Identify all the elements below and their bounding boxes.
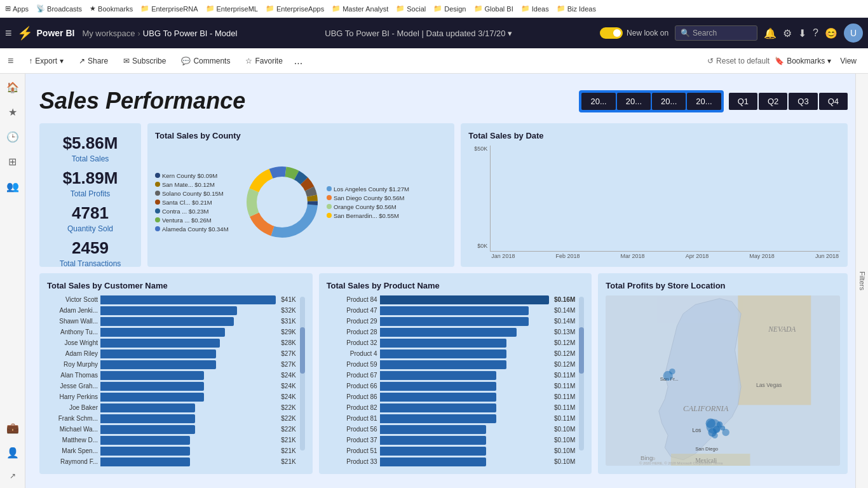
view-button[interactable]: View — [836, 54, 860, 68]
sidebar-recent-icon[interactable]: 🕒 — [4, 128, 22, 146]
bookmark-enterpriseapps[interactable]: 📁 EnterpriseApps — [266, 4, 324, 13]
sidebar-star-icon[interactable]: ★ — [6, 104, 20, 121]
year-btn-2[interactable]: 20... — [617, 93, 651, 110]
list-item[interactable]: Product 59$0.12M — [327, 360, 576, 369]
bookmark-apps[interactable]: ⊞ Apps — [5, 4, 29, 13]
workspace-link[interactable]: My workspace — [82, 29, 135, 38]
product-hbar-value: $0.11M — [554, 393, 575, 400]
customer-scrollbar-thumb[interactable] — [300, 327, 305, 374]
hbar — [100, 393, 204, 402]
report-name: UBG To Power BI - Model — [143, 29, 238, 38]
list-item[interactable]: Adam Riley$27K — [47, 349, 296, 358]
year-selector-group: 20... 20... 20... 20... — [579, 90, 723, 112]
list-item[interactable]: Raymond F...$21K — [47, 458, 296, 466]
bookmark-bookmarks[interactable]: ★ Bookmarks — [90, 4, 133, 13]
bookmark-broadcasts[interactable]: 📡 Broadcasts — [36, 4, 82, 13]
list-item[interactable]: Jesse Grah...$24K — [47, 382, 296, 391]
list-item[interactable]: Matthew D...$21K — [47, 436, 296, 445]
settings-icon[interactable]: ⚙ — [783, 27, 792, 39]
list-item[interactable]: Product 51$0.10M — [327, 447, 576, 456]
favorite-button[interactable]: ☆ Favorite — [241, 54, 286, 68]
legend-label-sanbernardino: San Bernardin... $0.55M — [334, 212, 399, 219]
nav-center-info: UBG To Power BI - Model | Data updated 3… — [242, 29, 595, 38]
list-item[interactable]: Roy Murphy$27K — [47, 360, 296, 369]
sidebar-user-icon[interactable]: 👤 — [4, 444, 22, 461]
comments-button[interactable]: 💬 Comments — [177, 54, 234, 68]
list-item[interactable]: Product 4$0.12M — [327, 349, 576, 358]
year-btn-4[interactable]: 20... — [687, 93, 721, 110]
sidebar-expand-icon[interactable]: ↗ — [7, 469, 18, 483]
product-hbar-container — [380, 393, 549, 402]
notification-icon[interactable]: 🔔 — [764, 27, 776, 39]
subscribe-button[interactable]: ✉ Subscribe — [119, 54, 170, 68]
search-icon: 🔍 — [681, 29, 690, 37]
bookmark-social[interactable]: 📁 Social — [396, 4, 426, 13]
bookmark-enterpriseml-label: EnterpriseML — [217, 5, 258, 13]
list-item[interactable]: Michael Wa...$22K — [47, 425, 296, 434]
list-item[interactable]: Product 67$0.11M — [327, 371, 576, 380]
list-item[interactable]: Product 37$0.10M — [327, 436, 576, 445]
date-chart-panel: Total Sales by Date $50K $0K Jan 2018 Fe… — [461, 123, 848, 267]
quarter-btn-q2[interactable]: Q2 — [759, 93, 787, 110]
bookmark-masteranalyst[interactable]: 📁 Master Analyst — [332, 4, 388, 13]
new-look-toggle[interactable] — [600, 27, 623, 39]
list-item[interactable]: Joe Baker$22K — [47, 403, 296, 412]
list-item[interactable]: Harry Perkins$24K — [47, 393, 296, 402]
sidebar-home-icon[interactable]: 🏠 — [4, 79, 22, 96]
list-item[interactable]: Jose Wright$28K — [47, 339, 296, 348]
bookmark-globalbi[interactable]: 📁 Global BI — [474, 4, 513, 13]
bookmark-design[interactable]: 📁 Design — [433, 4, 466, 13]
bookmark-enterpriserna[interactable]: 📁 EnterpriseRNA — [140, 4, 198, 13]
list-item[interactable]: Product 86$0.11M — [327, 393, 576, 402]
list-item[interactable]: Adam Jenki...$32K — [47, 306, 296, 315]
bookmark-ideas[interactable]: 📁 Ideas — [521, 4, 549, 13]
user-avatar[interactable]: U — [844, 24, 863, 43]
list-item[interactable]: Mark Spen...$21K — [47, 447, 296, 456]
bookmark-bizideas[interactable]: 📁 Biz Ideas — [557, 4, 596, 13]
list-item[interactable]: Shawn Wall...$31K — [47, 317, 296, 326]
sidebar-workspaces-icon[interactable]: 💼 — [4, 419, 22, 437]
legend-dot-ventura — [155, 217, 160, 222]
product-name: Product 28 — [327, 329, 377, 336]
list-item[interactable]: Alan Thomas$24K — [47, 371, 296, 380]
help-icon[interactable]: ? — [813, 27, 818, 39]
reset-button[interactable]: ↺ Reset to default — [707, 57, 770, 65]
hamburger-nav-icon[interactable]: ≡ — [5, 27, 12, 40]
folder-icon-2: 📁 — [206, 4, 215, 13]
search-box[interactable]: 🔍 Search — [675, 25, 757, 41]
feedback-icon[interactable]: 😊 — [825, 27, 837, 39]
sidebar-shared-icon[interactable]: 👥 — [4, 178, 22, 195]
year-btn-3[interactable]: 20... — [652, 93, 686, 110]
sidebar-apps-icon[interactable]: ⊞ — [6, 153, 19, 170]
list-item[interactable]: Product 33$0.10M — [327, 458, 576, 466]
list-item[interactable]: Product 29$0.14M — [327, 317, 576, 326]
export-button[interactable]: ↑ Export ▾ — [25, 54, 67, 68]
list-item[interactable]: Frank Schm...$22K — [47, 414, 296, 423]
quarter-btn-q1[interactable]: Q1 — [729, 93, 757, 110]
info-chevron[interactable]: ▾ — [508, 29, 512, 38]
bookmarks-button[interactable]: 🔖 Bookmarks ▾ — [775, 57, 831, 65]
hamburger-icon[interactable]: ≡ — [8, 55, 13, 67]
quarter-btn-q3[interactable]: Q3 — [789, 93, 817, 110]
list-item[interactable]: Product 28$0.13M — [327, 328, 576, 337]
filter-panel[interactable]: Filters — [855, 74, 868, 488]
more-button[interactable]: ... — [294, 55, 302, 67]
quarter-btn-q4[interactable]: Q4 — [819, 93, 848, 110]
download-icon[interactable]: ⬇ — [798, 27, 806, 39]
list-item[interactable]: Product 56$0.10M — [327, 425, 576, 434]
product-scrollbar-thumb[interactable] — [579, 327, 584, 374]
customer-scrollbar[interactable] — [300, 297, 305, 451]
list-item[interactable]: Product 66$0.11M — [327, 382, 576, 391]
product-scrollbar[interactable] — [579, 297, 584, 451]
share-button[interactable]: ↗ Share — [75, 54, 112, 68]
list-item[interactable]: Anthony Tu...$29K — [47, 328, 296, 337]
folder-icon-4: 📁 — [332, 4, 341, 13]
list-item[interactable]: Product 82$0.11M — [327, 403, 576, 412]
list-item[interactable]: Product 32$0.12M — [327, 339, 576, 348]
bookmark-enterpriseml[interactable]: 📁 EnterpriseML — [206, 4, 258, 13]
year-btn-1[interactable]: 20... — [581, 93, 615, 110]
list-item[interactable]: Product 47$0.14M — [327, 306, 576, 315]
list-item[interactable]: Product 84$0.16M — [327, 295, 576, 304]
list-item[interactable]: Victor Scott$41K — [47, 295, 296, 304]
list-item[interactable]: Product 81$0.11M — [327, 414, 576, 423]
